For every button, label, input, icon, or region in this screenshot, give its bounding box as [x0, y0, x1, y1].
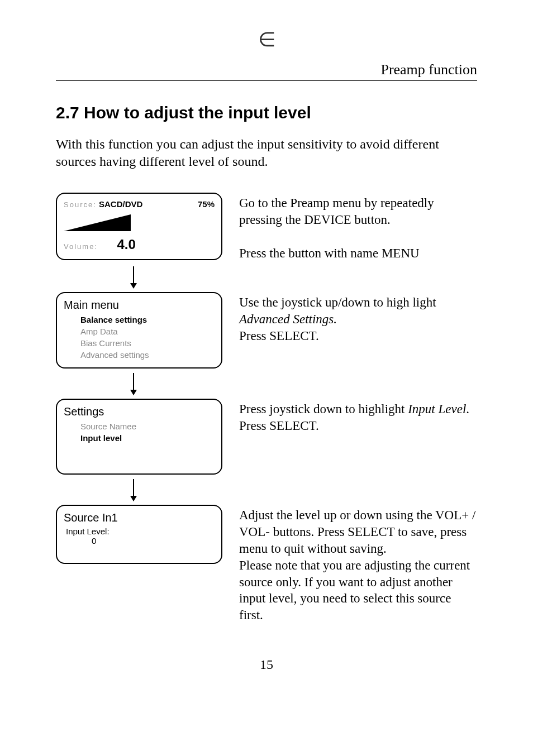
menu-item: Bias Currents — [80, 337, 215, 349]
page-header: Preamp function — [56, 61, 477, 81]
step-row: Main menu Balance settings Amp Data Bias… — [56, 292, 477, 369]
step4-line-b: Please note that you are adjusting the c… — [239, 557, 477, 624]
menu-item: Amp Data — [80, 326, 215, 337]
step-text: Adjust the level up or down using the VO… — [239, 505, 477, 624]
page-number: 15 — [56, 657, 477, 672]
step-row: Settings Source Namee Input level Press … — [56, 399, 477, 475]
lcd-screen-source: Source: SACD/DVD 75% Volume: 4.0 — [56, 193, 222, 260]
step-text: Use the joystick up/down to high light A… — [239, 292, 477, 344]
step1-line-b: Press the button with name MENU — [239, 245, 477, 262]
step-text: Press joystick down to highlight Input L… — [239, 399, 469, 434]
volume-triangle-icon — [64, 212, 131, 232]
menu-item: Advanced settings — [80, 349, 215, 361]
step3-line-a: Press joystick down to highlight — [239, 402, 408, 416]
step2-line-b: Press SELECT. — [239, 329, 319, 343]
arrow-down-icon — [129, 479, 139, 501]
lcd-screen-source-in1: Source In1 Input Level: 0 — [56, 505, 222, 564]
lcd-source-label: Source: — [64, 200, 97, 209]
menu-item: Balance settings — [80, 314, 215, 326]
step4-line-a: Adjust the level up or down using the VO… — [239, 507, 477, 557]
top-logo-area: ∈ — [56, 34, 477, 61]
lcd-menu-title: Source In1 — [64, 511, 215, 524]
lcd-percent: 75% — [198, 199, 215, 209]
intro-paragraph: With this function you can adjust the in… — [56, 136, 477, 170]
svg-marker-4 — [130, 390, 137, 395]
lcd-menu-title: Main menu — [64, 299, 215, 312]
lcd-screen-settings: Settings Source Namee Input level — [56, 399, 222, 475]
step2-emphasis: Advanced Settings. — [239, 312, 337, 326]
lcd-source-value: SACD/DVD — [99, 199, 142, 209]
lcd-screen-main-menu: Main menu Balance settings Amp Data Bias… — [56, 292, 222, 369]
menu-item: Source Namee — [80, 420, 215, 432]
arrow-down-icon — [129, 373, 139, 395]
lcd-volume-label: Volume: — [64, 242, 98, 251]
step3-line-c: Press SELECT. — [239, 419, 319, 433]
step3-period: . — [466, 402, 469, 416]
step2-line-a: Use the joystick up/down to high light — [239, 295, 436, 309]
svg-marker-2 — [130, 283, 137, 289]
step3-emphasis: Input Level — [408, 402, 466, 416]
svg-marker-6 — [130, 496, 137, 501]
step-row: Source In1 Input Level: 0 Adjust the lev… — [56, 505, 477, 624]
menu-item: Input level — [80, 432, 215, 444]
step-row: Source: SACD/DVD 75% Volume: 4.0 Go to t… — [56, 193, 477, 262]
lcd-volume-value: 4.0 — [117, 237, 135, 252]
step-text: Go to the Preamp menu by repeatedly pres… — [239, 193, 477, 262]
input-level-label: Input Level: — [66, 527, 215, 536]
input-level-value: 0 — [92, 536, 215, 546]
lcd-menu-title: Settings — [64, 405, 215, 418]
logo-symbol: ∈ — [258, 28, 275, 51]
arrow-down-icon — [129, 266, 139, 289]
step1-line-a: Go to the Preamp menu by repeatedly pres… — [239, 195, 477, 228]
section-title: 2.7 How to adjust the input level — [56, 103, 477, 122]
svg-marker-0 — [64, 214, 131, 231]
